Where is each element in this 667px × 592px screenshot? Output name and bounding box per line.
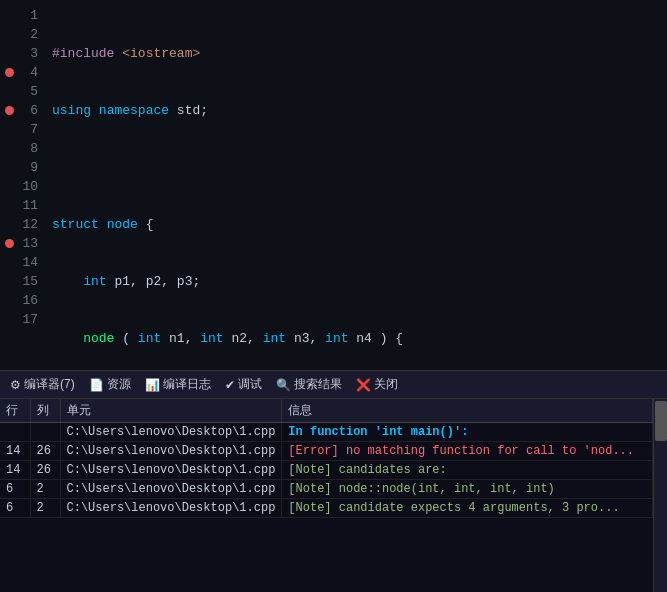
search-icon: 🔍	[276, 378, 291, 392]
tab-debug[interactable]: ✔ 调试	[219, 373, 268, 397]
col-header-info: 信息	[282, 399, 653, 423]
gutter-13[interactable]	[0, 234, 18, 253]
gutter-8[interactable]	[0, 139, 18, 158]
breakpoint-4	[5, 68, 14, 77]
code-line-5[interactable]: int p1, p2, p3;	[52, 272, 667, 291]
unit-3: C:\Users\lenovo\Desktop\1.cpp	[60, 480, 282, 499]
resources-tab-label: 资源	[107, 376, 131, 393]
compiler-tab-label: 编译器(7)	[24, 376, 75, 393]
row-num-1: 14	[0, 442, 30, 461]
col-num-3: 2	[30, 480, 60, 499]
editor-area[interactable]: 1 2 3 4 5 6 7 8 9 10 11 12 13 14 15 16 1…	[0, 0, 667, 370]
row-num-2: 14	[0, 461, 30, 480]
panel-body: 行 列 单元 信息 C:\Users\lenovo\Desktop\1.cpp …	[0, 399, 667, 592]
debug-label: 调试	[238, 376, 262, 393]
unit-2: C:\Users\lenovo\Desktop\1.cpp	[60, 461, 282, 480]
code-line-1[interactable]: #include <iostream>	[52, 44, 667, 63]
col-header-unit: 单元	[60, 399, 282, 423]
panel-tabs: ⚙ 编译器(7) 📄 资源 📊 编译日志 ✔ 调试 🔍 搜索结果 ❌ 关闭	[0, 371, 667, 399]
close-label: 关闭	[374, 376, 398, 393]
table-row[interactable]: 14 26 C:\Users\lenovo\Desktop\1.cpp [Not…	[0, 461, 653, 480]
search-label: 搜索结果	[294, 376, 342, 393]
breakpoint-6	[5, 106, 14, 115]
code-line-3[interactable]	[52, 158, 667, 177]
table-row[interactable]: 14 26 C:\Users\lenovo\Desktop\1.cpp [Err…	[0, 442, 653, 461]
unit-0: C:\Users\lenovo\Desktop\1.cpp	[60, 423, 282, 442]
gutter-15[interactable]	[0, 272, 18, 291]
col-num-1: 26	[30, 442, 60, 461]
col-header-row: 行	[0, 399, 30, 423]
gutter-4[interactable]	[0, 63, 18, 82]
code-editor[interactable]: #include <iostream> using namespace std;…	[48, 0, 667, 370]
gutter-2[interactable]	[0, 25, 18, 44]
gutter-5[interactable]	[0, 82, 18, 101]
gutter-6[interactable]	[0, 101, 18, 120]
table-header-row: 行 列 单元 信息	[0, 399, 653, 423]
line-numbers: 1 2 3 4 5 6 7 8 9 10 11 12 13 14 15 16 1…	[18, 0, 48, 370]
info-4: [Note] candidate expects 4 arguments, 3 …	[282, 499, 653, 518]
panel-content[interactable]: 行 列 单元 信息 C:\Users\lenovo\Desktop\1.cpp …	[0, 399, 653, 592]
gutter-7[interactable]	[0, 120, 18, 139]
code-line-4[interactable]: struct node {	[52, 215, 667, 234]
compile-log-label: 编译日志	[163, 376, 211, 393]
breakpoint-gutter[interactable]	[0, 0, 18, 370]
gutter-3[interactable]	[0, 44, 18, 63]
table-row[interactable]: C:\Users\lenovo\Desktop\1.cpp In functio…	[0, 423, 653, 442]
code-line-6[interactable]: node ( int n1, int n2, int n3, int n4 ) …	[52, 329, 667, 348]
col-num-2: 26	[30, 461, 60, 480]
error-table-body: C:\Users\lenovo\Desktop\1.cpp In functio…	[0, 423, 653, 518]
close-icon: ❌	[356, 378, 371, 392]
info-2: [Note] candidates are:	[282, 461, 653, 480]
col-header-col: 列	[30, 399, 60, 423]
gutter-10[interactable]	[0, 177, 18, 196]
gutter-11[interactable]	[0, 196, 18, 215]
unit-4: C:\Users\lenovo\Desktop\1.cpp	[60, 499, 282, 518]
col-num-0	[30, 423, 60, 442]
breakpoint-13	[5, 239, 14, 248]
gutter-9[interactable]	[0, 158, 18, 177]
col-num-4: 2	[30, 499, 60, 518]
info-0: In function 'int main()':	[282, 423, 653, 442]
error-table: 行 列 单元 信息 C:\Users\lenovo\Desktop\1.cpp …	[0, 399, 653, 518]
gutter-12[interactable]	[0, 215, 18, 234]
panel-scrollbar[interactable]	[653, 399, 667, 592]
tab-compile-log[interactable]: 📊 编译日志	[139, 373, 217, 397]
resources-tab-icon: 📄	[89, 378, 104, 392]
compiler-tab-icon: ⚙	[10, 378, 21, 392]
tab-close[interactable]: ❌ 关闭	[350, 373, 404, 397]
bottom-panel: ⚙ 编译器(7) 📄 资源 📊 编译日志 ✔ 调试 🔍 搜索结果 ❌ 关闭	[0, 370, 667, 592]
unit-1: C:\Users\lenovo\Desktop\1.cpp	[60, 442, 282, 461]
tab-search[interactable]: 🔍 搜索结果	[270, 373, 348, 397]
info-3: [Note] node::node(int, int, int, int)	[282, 480, 653, 499]
compile-log-icon: 📊	[145, 378, 160, 392]
gutter-16[interactable]	[0, 291, 18, 310]
scroll-thumb[interactable]	[655, 401, 667, 441]
gutter-17[interactable]	[0, 310, 18, 329]
tab-compiler[interactable]: ⚙ 编译器(7)	[4, 373, 81, 397]
code-line-2[interactable]: using namespace std;	[52, 101, 667, 120]
row-num-4: 6	[0, 499, 30, 518]
gutter-1[interactable]	[0, 6, 18, 25]
row-num-0	[0, 423, 30, 442]
gutter-14[interactable]	[0, 253, 18, 272]
row-num-3: 6	[0, 480, 30, 499]
debug-icon: ✔	[225, 378, 235, 392]
tab-resources[interactable]: 📄 资源	[83, 373, 137, 397]
table-row[interactable]: 6 2 C:\Users\lenovo\Desktop\1.cpp [Note]…	[0, 480, 653, 499]
table-row[interactable]: 6 2 C:\Users\lenovo\Desktop\1.cpp [Note]…	[0, 499, 653, 518]
info-1: [Error] no matching function for call to…	[282, 442, 653, 461]
app-container: 1 2 3 4 5 6 7 8 9 10 11 12 13 14 15 16 1…	[0, 0, 667, 592]
